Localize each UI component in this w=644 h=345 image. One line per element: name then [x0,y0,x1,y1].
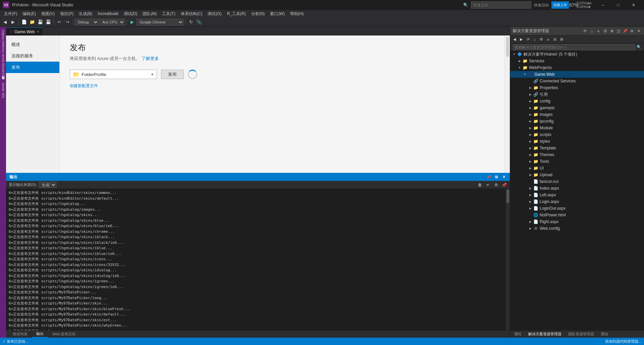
se-float-btn[interactable]: ⧉ [629,28,635,34]
se-settings-btn[interactable]: ⚙ [538,37,544,43]
output-float-btn[interactable]: ⧉ [494,174,499,180]
output-pin-btn[interactable]: 📌 [486,174,492,180]
tree-item[interactable]: ▶📁gamepic [510,105,644,111]
se-tab-notifications[interactable]: 通知 [599,331,609,337]
menu-test[interactable]: 测试(G) [205,10,224,17]
profile-icon[interactable]: an ▼ [588,1,595,9]
se-sync-btn[interactable]: ⟳ [582,28,588,34]
se-home2-btn[interactable]: ⌂ [532,37,538,43]
sql-server-label[interactable]: SQL Server 数据库项目 [0,80,6,99]
se-expand-btn[interactable]: ⊞ [558,37,565,43]
create-new-profile-link[interactable]: 创建新配置文件 [70,83,98,88]
tree-item[interactable]: ▶📁Services [510,58,644,64]
se-preview-btn[interactable]: ◫ [616,28,621,34]
tree-item[interactable]: 📄favicon.ico [510,178,644,185]
tree-item[interactable]: ▶🔗引用 [510,91,644,98]
se-tab-solution-explorer[interactable]: 解决方案资源管理器 [527,331,563,337]
menu-edit[interactable]: 编辑(E) [20,10,39,17]
tree-item[interactable]: ▶📁Properties [510,84,644,91]
platform-select[interactable]: Any CPU [99,19,125,25]
menu-help[interactable]: 帮助(H) [287,10,307,17]
output-settings-btn[interactable]: ⚙ [493,182,499,188]
tab-error-list[interactable]: 错误列表 [9,331,32,337]
tree-item[interactable]: ▶📁Template [510,145,644,151]
menu-rtools[interactable]: R_工具(R) [224,10,249,17]
se-tab-team-explorer[interactable]: 团队资源管理器 [567,331,595,337]
output-source-select[interactable]: 生成 [39,182,56,188]
tree-item[interactable]: ▼🔷解决方案'RYAdmin' (5 个项目) [510,51,644,58]
nav-publish[interactable]: 发布 [6,62,59,73]
output-close-btn[interactable]: ✕ [501,174,506,180]
menu-project[interactable]: 项目(P) [57,10,76,17]
toolbar-refresh-btn[interactable]: ↻ [187,18,195,26]
toolbar-undo-btn[interactable]: ↩ [56,18,63,26]
menu-team[interactable]: 团队(M) [140,10,159,17]
tab-output[interactable]: 输出 [32,331,48,338]
se-fwd-btn[interactable]: ▶ [518,37,524,43]
se-close-btn[interactable]: ✕ [636,28,641,34]
tree-item[interactable]: ▶📁Tools [510,158,644,165]
tree-item[interactable]: ▶📄Right.aspx [510,218,644,225]
toolbar-back-btn[interactable]: ◀ [1,18,9,26]
tree-item[interactable]: ▶📄Index.aspx [510,185,644,192]
tree-item[interactable]: ▶📁scripts [510,131,644,138]
publish-button[interactable]: 发布 [161,70,184,79]
profile-dropdown[interactable]: 📁 FolderProfile ▼ [70,70,157,79]
menu-analyze[interactable]: 分析(N) [249,10,268,17]
se-sync2-btn[interactable]: ⟳ [525,37,531,43]
debug-config-select[interactable]: Debug Release [75,19,99,25]
tree-item[interactable]: ▶📁UI [510,165,644,171]
output-scrollbar[interactable] [506,189,510,330]
se-home-btn[interactable]: ⌂ [589,28,594,34]
se-tab-properties[interactable]: 属性 [513,331,523,337]
menu-arch[interactable]: 体系结构(C) [178,10,205,17]
tree-item[interactable]: ▶📁Themes [510,151,644,158]
menu-view[interactable]: 视图(V) [39,10,57,17]
menu-window[interactable]: 窗口(W) [267,10,287,17]
close-btn[interactable]: ✕ [626,0,641,10]
toolbar-attach-btn[interactable]: 📎 [195,18,203,26]
tree-item[interactable]: 🔗Connected Services [510,78,644,84]
tree-item[interactable]: ▼📁WebProjects [510,64,644,71]
tree-item[interactable]: ▶📄LoginOut.aspx [510,205,644,212]
tree-item[interactable]: ▶📁Module [510,125,644,131]
menu-incredibuild[interactable]: Incredibuild [95,11,121,17]
output-wrap-btn[interactable]: ↵ [485,182,491,188]
se-filter2-btn[interactable]: ≡ [545,37,551,43]
menu-file[interactable]: 文件(F) [1,10,20,17]
sqlite-toolbox-label[interactable]: SQLite/SQLServer Compact Toolbox [1,28,5,80]
se-collapse2-btn[interactable]: ⊟ [552,37,558,43]
tree-item[interactable]: ▶📄Login.aspx [510,198,644,205]
tree-item[interactable]: ▶📁styles [510,138,644,145]
tab-web-publish[interactable]: Web 发布活动 [48,331,79,337]
toolbar-open-btn[interactable]: 📁 [29,18,36,26]
tab-close-btn[interactable]: ✕ [37,30,39,33]
minimize-btn[interactable]: ─ [595,0,610,10]
learn-more-link[interactable]: 了解更多 [142,56,159,61]
se-search-input[interactable] [513,44,635,50]
se-collapse-btn[interactable]: ⊟ [602,28,608,34]
restore-btn[interactable]: □ [610,0,626,10]
menu-tools[interactable]: 工具(T) [159,10,178,17]
quick-launch-input[interactable] [471,1,531,9]
toolbar-save-all-btn[interactable]: 💾 [45,18,52,26]
tree-item[interactable]: 🌐NotPower.html [510,212,644,218]
se-filter-btn[interactable]: ≡ [596,28,601,34]
publish-scrollbar[interactable] [504,36,510,173]
nav-connected-services[interactable]: 连接的服务 [6,50,59,62]
tree-item[interactable]: ▶📄Left.aspx [510,192,644,198]
status-add-source[interactable]: 添加到源代码管理器... [605,339,641,344]
tree-item[interactable]: ▶⚙Web.config [510,225,644,232]
menu-build[interactable]: 生成(B) [76,10,95,17]
tree-item[interactable]: ▶📁images [510,111,644,118]
game-web-tab[interactable]: ⊞ Game.Web ✕ [6,27,43,36]
tree-item[interactable]: ▶📁ipconfig [510,118,644,125]
se-back-btn[interactable]: ◀ [512,37,518,43]
se-pin-btn[interactable]: 📌 [623,28,628,34]
toolbar-redo-btn[interactable]: ↪ [64,18,71,26]
tree-item[interactable]: ▶📁config [510,98,644,105]
tree-item[interactable]: ▶📁Upload [510,171,644,178]
toolbar-save-btn[interactable]: 💾 [37,18,44,26]
output-clear-btn[interactable]: 🗑 [477,182,483,188]
nav-overview[interactable]: 概述 [6,39,59,50]
